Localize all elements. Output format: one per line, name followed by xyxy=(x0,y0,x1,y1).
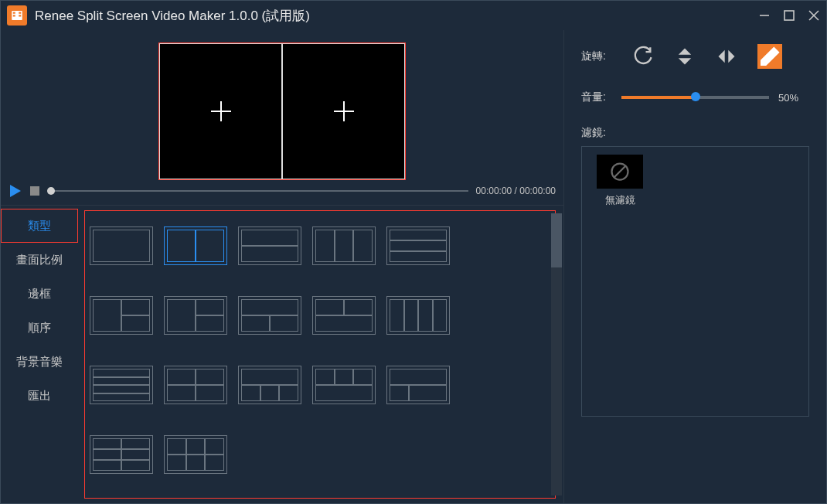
layout-extra-2[interactable] xyxy=(164,435,227,474)
side-tabs: 類型 畫面比例 邊框 順序 背景音樂 匯出 xyxy=(1,206,78,503)
layout-2row[interactable] xyxy=(238,226,301,265)
rotate-buttons xyxy=(632,44,782,69)
layout-3row[interactable] xyxy=(386,226,450,265)
timecode: 00:00:00 / 00:00:00 xyxy=(476,186,556,196)
layout-scrollbar[interactable] xyxy=(551,213,562,495)
preview-container xyxy=(158,43,406,180)
filter-none-label: 無濾鏡 xyxy=(605,193,635,207)
layout-bottom-2col[interactable] xyxy=(312,296,376,335)
layout-grid xyxy=(90,226,550,474)
seek-bar[interactable] xyxy=(47,190,468,192)
svg-marker-14 xyxy=(679,49,691,55)
tab-bgm[interactable]: 背景音樂 xyxy=(1,345,78,379)
layout-1x1[interactable] xyxy=(90,226,153,265)
volume-value: 50% xyxy=(778,92,809,104)
preview-zone xyxy=(1,30,563,177)
filter-area: 無濾鏡 xyxy=(581,146,809,417)
volume-label: 音量: xyxy=(581,90,612,104)
app-title: Renee Split Screen Video Maker 1.0.0 (試用… xyxy=(35,7,750,25)
preview-slot-1[interactable] xyxy=(159,43,282,179)
close-button[interactable] xyxy=(808,9,820,22)
scroll-thumb[interactable] xyxy=(551,213,562,267)
layout-4col[interactable] xyxy=(386,296,450,335)
volume-knob[interactable] xyxy=(691,92,700,101)
svg-rect-6 xyxy=(784,11,794,20)
content-area: 00:00:00 / 00:00:00 類型 畫面比例 邊框 順序 背景音樂 匯… xyxy=(1,30,826,503)
tab-export[interactable]: 匯出 xyxy=(1,379,78,413)
layout-pane xyxy=(78,206,563,503)
svg-marker-17 xyxy=(728,50,734,63)
tab-order[interactable]: 順序 xyxy=(1,311,78,345)
filter-section: 濾鏡: 無濾鏡 xyxy=(581,126,809,417)
tab-type[interactable]: 類型 xyxy=(1,209,78,243)
window-controls xyxy=(758,9,820,22)
minimize-button[interactable] xyxy=(758,9,771,22)
stop-button[interactable] xyxy=(30,186,39,196)
svg-rect-1 xyxy=(13,12,15,14)
svg-marker-15 xyxy=(679,58,691,64)
layout-panel xyxy=(84,210,556,499)
layout-left-2row[interactable] xyxy=(90,296,153,335)
volume-slider[interactable] xyxy=(621,96,769,99)
filter-label: 濾鏡: xyxy=(581,126,809,140)
rotate-cw-icon xyxy=(632,46,654,67)
volume-fill xyxy=(621,96,696,99)
playback-bar: 00:00:00 / 00:00:00 xyxy=(1,177,563,205)
filter-none-thumb xyxy=(597,155,643,189)
app-icon xyxy=(7,5,27,26)
rotate-cw-button[interactable] xyxy=(632,46,654,67)
layout-3col[interactable] xyxy=(312,226,376,265)
layout-extra-1[interactable] xyxy=(90,435,153,474)
layout-4row[interactable] xyxy=(90,366,153,404)
svg-rect-4 xyxy=(19,15,21,16)
tab-border[interactable]: 邊框 xyxy=(1,277,78,311)
flip-horizontal-button[interactable] xyxy=(716,46,737,67)
layout-top2-bottom[interactable] xyxy=(386,366,450,404)
layout-right-2row[interactable] xyxy=(164,296,227,335)
flip-vertical-icon xyxy=(674,46,696,67)
svg-marker-16 xyxy=(719,50,725,63)
rotate-label: 旋轉: xyxy=(581,49,612,63)
flip-horizontal-icon xyxy=(716,46,737,67)
no-filter-icon xyxy=(608,160,631,183)
tab-aspect[interactable]: 畫面比例 xyxy=(1,243,78,277)
svg-rect-2 xyxy=(13,15,15,16)
add-icon xyxy=(208,98,234,124)
preview-slot-2[interactable] xyxy=(282,43,405,179)
maximize-button[interactable] xyxy=(783,9,795,22)
add-icon xyxy=(331,98,357,124)
edit-button[interactable] xyxy=(757,44,782,69)
lower-area: 類型 畫面比例 邊框 順序 背景音樂 匯出 xyxy=(1,205,563,503)
left-area: 00:00:00 / 00:00:00 類型 畫面比例 邊框 順序 背景音樂 匯… xyxy=(1,30,563,503)
rotate-row: 旋轉: xyxy=(581,44,809,69)
right-panel: 旋轉: 音量: xyxy=(563,30,826,503)
svg-marker-13 xyxy=(10,185,21,197)
play-button[interactable] xyxy=(9,184,22,198)
svg-line-19 xyxy=(614,166,626,178)
app-window: Renee Split Screen Video Maker 1.0.0 (試用… xyxy=(0,0,827,504)
seek-knob[interactable] xyxy=(47,187,55,195)
edit-icon xyxy=(757,44,782,69)
filter-none[interactable]: 無濾鏡 xyxy=(590,155,650,207)
flip-vertical-button[interactable] xyxy=(674,46,696,67)
layout-2x2[interactable] xyxy=(164,366,227,404)
layout-2col[interactable] xyxy=(164,226,227,265)
layout-bottom-3col[interactable] xyxy=(312,366,376,404)
volume-row: 音量: 50% xyxy=(581,90,809,104)
layout-top-2col[interactable] xyxy=(238,296,301,335)
titlebar: Renee Split Screen Video Maker 1.0.0 (試用… xyxy=(1,1,826,30)
svg-rect-3 xyxy=(19,12,21,14)
layout-top-3col[interactable] xyxy=(238,366,301,404)
